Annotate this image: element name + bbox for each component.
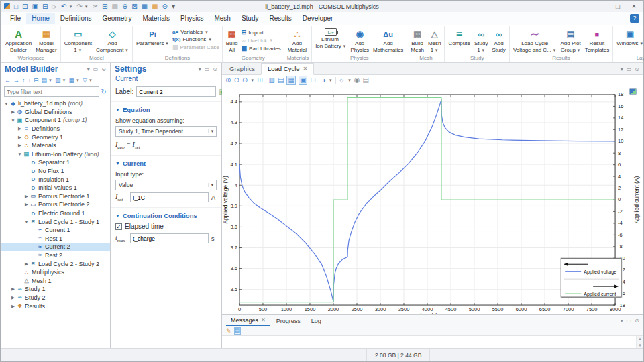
ribbon-tab-home[interactable]: Home bbox=[26, 13, 55, 24]
chevron-down-icon[interactable]: ▾ bbox=[621, 318, 623, 324]
node-group-icon[interactable]: ▤ bbox=[42, 77, 48, 84]
tab-progress[interactable]: Progress bbox=[272, 316, 305, 326]
compute-button[interactable]: =Compute bbox=[446, 26, 472, 47]
new-icon[interactable]: □ bbox=[14, 3, 18, 10]
study-1-button[interactable]: ∞Study1 ▼ bbox=[472, 26, 490, 53]
pin-icon[interactable]: ⊙ bbox=[635, 318, 639, 324]
build-all-button[interactable]: ▦BuildAll bbox=[224, 26, 240, 53]
lock-icon[interactable]: ⊡ bbox=[310, 76, 315, 84]
tree-node-porous-electrode-2[interactable]: ▶▭Porous Electrode 2 bbox=[1, 200, 110, 209]
tree-node-study-1[interactable]: ▶∞Study 1 bbox=[1, 285, 110, 294]
ribbon-tab-results[interactable]: Results bbox=[264, 13, 297, 24]
save-as-icon[interactable]: ⊟ bbox=[42, 3, 48, 10]
redo-icon[interactable]: ↷ bbox=[76, 3, 82, 10]
collapse-all-icon[interactable]: ⊟ bbox=[34, 77, 39, 84]
scene-color-icon[interactable]: ◑ bbox=[322, 76, 326, 84]
windows-button[interactable]: ▣Windows ▼ bbox=[614, 26, 644, 47]
ribbon-tab-developer[interactable]: Developer bbox=[297, 13, 339, 24]
tree-collapsed-arrow[interactable]: ▶ bbox=[23, 261, 30, 267]
zoom-extents-icon[interactable]: ⊞ bbox=[257, 76, 262, 84]
clear-messages-icon[interactable]: ✎ bbox=[226, 328, 231, 335]
tree-expanded-arrow[interactable]: ▼ bbox=[3, 101, 9, 106]
zoom-out-icon[interactable]: ⊖ bbox=[233, 76, 239, 84]
ribbon-tab-definitions[interactable]: Definitions bbox=[55, 13, 97, 24]
copy-icon[interactable]: ⊞ bbox=[102, 3, 107, 10]
paste-icon[interactable]: ▤ bbox=[111, 3, 117, 10]
tree-collapsed-arrow[interactable]: ▶ bbox=[10, 109, 16, 115]
tree-node-geometry-1[interactable]: ▶◇Geometry 1 bbox=[1, 133, 110, 141]
run-icon[interactable]: ▷ bbox=[52, 3, 57, 10]
help-button[interactable]: ? bbox=[630, 14, 639, 23]
delete-icon[interactable]: ⊠ bbox=[131, 3, 137, 10]
preview-icon[interactable]: ⊙ bbox=[162, 3, 168, 10]
chevron-down-icon[interactable]: ▼ bbox=[76, 78, 80, 82]
axis-y-icon[interactable]: ▥ bbox=[269, 76, 275, 84]
cut-icon[interactable]: ✂ bbox=[93, 3, 98, 10]
tree-node-rest-1[interactable]: ≈Rest 1 bbox=[1, 235, 110, 243]
tree-node-no-flux-1[interactable]: DNo Flux 1 bbox=[1, 167, 110, 176]
chevron-down-icon[interactable]: ▼ bbox=[89, 78, 93, 82]
ribbon-tab-file[interactable]: File bbox=[5, 13, 26, 24]
continuation-section-header[interactable]: ▼ Continuation Conditions bbox=[111, 207, 221, 222]
tab-messages[interactable]: Messages✕ bbox=[226, 316, 270, 326]
add-physics-button[interactable]: ◉AddPhysics bbox=[348, 26, 371, 53]
chevron-down-icon[interactable]: ▼ bbox=[347, 78, 352, 82]
save-icon[interactable]: ▣ bbox=[32, 3, 38, 10]
tree-node-rest-2[interactable]: ≈Rest 2 bbox=[1, 251, 110, 260]
tree-node-lithium-ion-battery[interactable]: ▼▤Lithium-Ion Battery(liion) bbox=[1, 150, 110, 159]
tab-load-cycle[interactable]: Load Cycle✕ bbox=[261, 63, 314, 75]
chevron-down-icon[interactable]: ▾ bbox=[87, 66, 90, 72]
add-plot-group-button[interactable]: ▤Add PlotGroup ▼ bbox=[558, 26, 582, 53]
nav-forward-icon[interactable]: → bbox=[13, 77, 19, 84]
model-manager-button[interactable]: ▦ModelManager bbox=[34, 26, 59, 53]
tree-node-current-2[interactable]: ≈Current 2 bbox=[1, 243, 110, 251]
minimize-button[interactable]: – bbox=[594, 1, 610, 12]
scroll-up-icon[interactable]: ▲ bbox=[638, 337, 642, 341]
label-input[interactable] bbox=[136, 86, 216, 97]
node-order-icon[interactable]: ▥ bbox=[55, 77, 61, 84]
filter-icon[interactable]: ▽ bbox=[83, 77, 87, 84]
axis-x-icon[interactable]: ▤ bbox=[278, 76, 284, 84]
tree-collapsed-arrow[interactable]: ▶ bbox=[23, 194, 30, 199]
add-mathematics-button[interactable]: ΔuAddMathematics bbox=[371, 26, 405, 53]
ribbon-tab-physics[interactable]: Physics bbox=[175, 13, 209, 24]
messages-scrollbar[interactable]: ▲▼ bbox=[636, 336, 643, 348]
tree-node-mesh-1[interactable]: △Mesh 1 bbox=[1, 276, 110, 285]
chevron-down-icon[interactable]: ▾ bbox=[199, 66, 201, 72]
add-study-button[interactable]: ∞AddStudy bbox=[490, 26, 507, 53]
equation-section-header[interactable]: ▼ Equation bbox=[111, 101, 221, 116]
tree-node-current-1[interactable]: ≈Current 1 bbox=[1, 226, 110, 235]
nav-back-icon[interactable]: ← bbox=[5, 77, 11, 84]
tree-node-component-1[interactable]: ▼▣Component 1(comp 1) bbox=[1, 116, 110, 125]
plot-image-icon[interactable] bbox=[629, 88, 637, 95]
add-component-button[interactable]: ◇AddComponent ▼ bbox=[94, 26, 131, 53]
result-templates-button[interactable]: ■ResultTemplates bbox=[583, 26, 611, 53]
part-libraries-button[interactable]: ▦Part Libraries bbox=[241, 45, 281, 52]
tree-node-load-cycle-1-study-1[interactable]: ▼RLoad Cycle 1 - Study 1 bbox=[1, 217, 110, 226]
table-blue-icon[interactable]: ▦ bbox=[142, 3, 148, 10]
tree-expanded-arrow[interactable]: ▼ bbox=[23, 219, 30, 224]
node-view-icon[interactable]: ▦ bbox=[68, 77, 74, 84]
iset-input[interactable] bbox=[130, 192, 209, 202]
ribbon-tab-study[interactable]: Study bbox=[236, 13, 264, 24]
input-type-dropdown[interactable]: Value ▼ bbox=[115, 180, 217, 190]
maximize-button[interactable]: □ bbox=[610, 1, 626, 12]
tree-collapsed-arrow[interactable]: ▶ bbox=[23, 202, 30, 207]
tree-node-materials[interactable]: ▶∴Materials bbox=[1, 141, 110, 150]
pin-icon[interactable]: ⊙ bbox=[101, 66, 106, 72]
equation-assuming-dropdown[interactable]: Study 1, Time Dependent ▼ bbox=[115, 126, 217, 137]
tree-node-study-2[interactable]: ▶∞Study 2 bbox=[1, 294, 110, 302]
parameter-case-button[interactable]: ▦Parameter Case bbox=[172, 44, 219, 50]
chevron-down-icon[interactable]: ▼ bbox=[85, 5, 89, 9]
tree-collapsed-arrow[interactable]: ▶ bbox=[10, 295, 16, 300]
tree-collapsed-arrow[interactable]: ▶ bbox=[10, 286, 16, 292]
component-1-button[interactable]: ▭Component1 ▼ bbox=[62, 26, 94, 53]
chevron-down-icon[interactable]: ▼ bbox=[62, 78, 66, 82]
move-down-icon[interactable]: ↓ bbox=[28, 77, 32, 84]
tmax-input[interactable] bbox=[130, 233, 209, 243]
chevron-down-icon[interactable]: ▾ bbox=[621, 66, 623, 72]
pin-icon[interactable]: ⊙ bbox=[213, 66, 217, 72]
plot-canvas[interactable]: 0500100015002000250030003500400045005000… bbox=[222, 86, 643, 314]
plot-settings-icon[interactable]: ▦ bbox=[286, 76, 295, 85]
float-icon[interactable]: ▭ bbox=[205, 66, 210, 72]
